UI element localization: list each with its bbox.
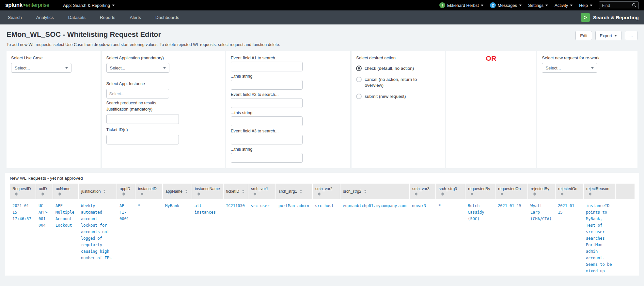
chevron-down-icon <box>65 67 68 69</box>
column-header-rejectedOn[interactable]: rejectedOn <box>555 184 583 199</box>
page-title: EMon_WL_SOC - Whitelisting Request Edito… <box>7 30 280 39</box>
string-3-input[interactable] <box>231 153 303 163</box>
application-dropdown[interactable]: Select... <box>106 63 169 73</box>
app-nav-bar: SearchAnalyticsDatasetsReportsAlertsDash… <box>0 10 644 24</box>
more-actions-button[interactable]: ... <box>625 31 637 40</box>
justification-input[interactable] <box>106 114 179 124</box>
sort-icon[interactable] <box>300 190 302 193</box>
column-header-rejectReason[interactable]: rejectReason <box>583 184 615 199</box>
string-2-input[interactable] <box>231 116 303 126</box>
sort-icon[interactable] <box>501 192 503 196</box>
column-header-requestedBy[interactable]: requestedBy <box>465 184 495 199</box>
tab-datasets[interactable]: Datasets <box>68 15 86 20</box>
sort-icon[interactable] <box>533 192 536 196</box>
event-field-2-label: Event field #2 to search... <box>231 92 346 97</box>
chevron-down-icon <box>481 5 483 6</box>
settings-menu[interactable]: Settings <box>528 3 548 8</box>
tab-alerts[interactable]: Alerts <box>130 15 141 20</box>
sort-icon[interactable] <box>318 192 321 196</box>
sort-icon[interactable] <box>141 192 143 196</box>
column-header-appID[interactable]: appID <box>117 184 135 199</box>
table-row[interactable]: 2021-01-15 17:46:57UC-APP-001-004APP - M… <box>10 199 635 274</box>
find-search-box[interactable] <box>599 1 639 9</box>
rework-dropdown[interactable]: Select... <box>542 63 597 73</box>
column-header-ucID[interactable]: ucID <box>36 184 53 199</box>
chevron-down-icon <box>545 5 548 6</box>
radio-selected-icon[interactable] <box>356 66 362 71</box>
column-header-srch_strg2[interactable]: srch_strg2 <box>340 184 409 199</box>
app-menu[interactable]: App: Search & Reporting <box>63 3 115 8</box>
column-header-label: srch_strg1 <box>279 189 297 194</box>
sort-icon[interactable] <box>15 192 18 196</box>
event-field-3-input[interactable] <box>231 135 303 144</box>
column-header-ticketID[interactable]: ticketID <box>223 184 248 199</box>
sort-icon[interactable] <box>364 190 367 193</box>
column-header-label: instanceID <box>138 187 157 191</box>
sort-icon[interactable] <box>185 190 188 193</box>
sort-icon[interactable] <box>589 192 591 196</box>
column-header-appName[interactable]: appName <box>163 184 192 199</box>
sort-icon[interactable] <box>41 192 44 196</box>
ticket-id-input[interactable] <box>106 135 179 144</box>
cell-appID: AP-FI-0001 <box>117 199 135 274</box>
sort-icon[interactable] <box>122 192 125 196</box>
messages-count-badge: 2 <box>490 2 496 8</box>
sort-icon[interactable] <box>197 192 200 196</box>
event-field-2-input[interactable] <box>231 98 303 108</box>
radio-unselected-icon[interactable] <box>356 77 362 82</box>
chevron-down-icon <box>570 5 573 6</box>
rework-label: Select new request for re-work <box>542 55 633 60</box>
sort-icon[interactable] <box>242 190 244 193</box>
dashboard-header: EMon_WL_SOC - Whitelisting Request Edito… <box>0 24 644 51</box>
sort-icon[interactable] <box>561 192 563 196</box>
column-header-instanceName[interactable]: instanceName <box>192 184 223 199</box>
column-header-srch_var1[interactable]: srch_var1 <box>248 184 276 199</box>
app-menu-label: App: Search & Reporting <box>63 3 110 8</box>
sort-icon[interactable] <box>58 192 61 196</box>
chevron-down-icon <box>591 67 594 69</box>
tab-search[interactable]: Search <box>8 15 22 20</box>
tab-reports[interactable]: Reports <box>100 15 115 20</box>
top-bar: splunk>enterprise App: Search & Reportin… <box>0 0 644 10</box>
action-option-2[interactable]: submit (new request) <box>356 94 440 99</box>
column-header-srch_strg1[interactable]: srch_strg1 <box>276 184 312 199</box>
event-field-1-input[interactable] <box>231 62 303 71</box>
messages-menu[interactable]: 2 Messages <box>490 2 522 8</box>
string-1-input[interactable] <box>231 80 303 90</box>
activity-menu[interactable]: Activity <box>555 3 573 8</box>
column-header-srch_strg3[interactable]: srch_strg3 <box>436 184 465 199</box>
app-instance-input[interactable] <box>106 89 169 98</box>
sort-icon[interactable] <box>441 192 444 196</box>
sort-icon[interactable] <box>415 192 417 196</box>
column-header-instanceID[interactable]: instanceID <box>135 184 163 199</box>
column-header-filler <box>615 184 635 199</box>
column-header-rejectedBy[interactable]: rejectedBy <box>528 184 555 199</box>
sort-icon[interactable] <box>254 192 256 196</box>
splunk-logo[interactable]: splunk>enterprise <box>5 2 49 8</box>
export-button[interactable]: Export <box>595 31 622 40</box>
column-header-srch_var2[interactable]: srch_var2 <box>312 184 340 199</box>
chevron-down-icon <box>590 5 592 6</box>
column-header-ucName[interactable]: ucName <box>53 184 78 199</box>
column-header-justification[interactable]: justification <box>78 184 117 199</box>
column-header-srch_var3[interactable]: srch_var3 <box>409 184 436 199</box>
action-option-0[interactable]: check (default, no action) <box>356 66 440 71</box>
settings-label: Settings <box>528 3 543 8</box>
column-header-RequestID[interactable]: RequestID <box>10 184 36 199</box>
find-input[interactable] <box>602 3 632 8</box>
help-menu[interactable]: Help <box>579 3 592 8</box>
use-case-dropdown[interactable]: Select... <box>11 63 71 73</box>
user-menu[interactable]: i Ekkehard Herbst <box>439 2 483 8</box>
logo-splunk-text: splunk <box>5 2 23 8</box>
column-header-label: justification <box>81 189 101 194</box>
action-option-label: cancel (no action, return to overview) <box>365 77 420 88</box>
sort-icon[interactable] <box>471 192 473 196</box>
action-option-1[interactable]: cancel (no action, return to overview) <box>356 77 440 88</box>
column-header-requestedOn[interactable]: requestedOn <box>495 184 528 199</box>
tab-dashboards[interactable]: Dashboards <box>155 15 179 20</box>
tab-analytics[interactable]: Analytics <box>36 15 54 20</box>
current-app[interactable]: > Search & Reporting <box>581 13 639 22</box>
edit-button[interactable]: Edit <box>575 31 592 40</box>
radio-unselected-icon[interactable] <box>356 94 362 99</box>
sort-icon[interactable] <box>103 190 106 193</box>
